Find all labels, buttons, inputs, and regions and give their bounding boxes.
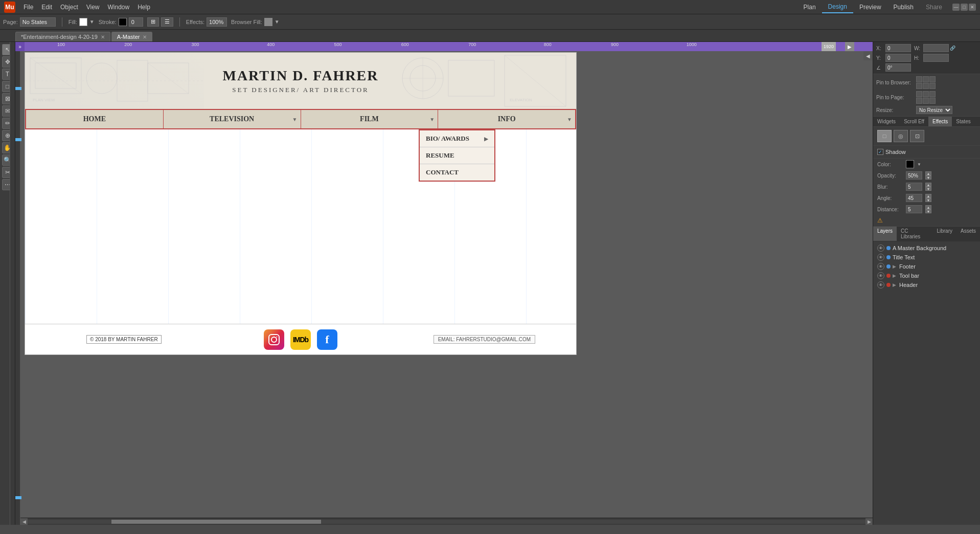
effects-input[interactable]: [207, 17, 227, 27]
blur-down-btn[interactable]: ▼: [925, 187, 931, 191]
pin-page-cell-2[interactable]: [923, 91, 929, 97]
layer-header[interactable]: 👁 ▶ Header: [873, 280, 980, 290]
pin-browser-grid[interactable]: [916, 76, 936, 89]
lock-ratio[interactable]: 🔗: [950, 46, 955, 51]
w-input[interactable]: [923, 44, 949, 52]
scroll-right-btn[interactable]: ▶: [865, 518, 873, 525]
pin-cell-4[interactable]: [916, 83, 922, 89]
menu-help[interactable]: Help: [138, 4, 150, 11]
shadow-checkbox[interactable]: ✓: [877, 149, 883, 155]
resize-dropdown[interactable]: No Resize Scale: [916, 106, 952, 114]
tab-layers[interactable]: Layers: [873, 227, 897, 241]
angle-up-btn[interactable]: ▲: [925, 194, 931, 198]
glow-effect-btn[interactable]: ◎: [894, 130, 908, 142]
dropdown-contact[interactable]: CONTACT: [420, 164, 494, 181]
tab-main-close[interactable]: ✕: [101, 34, 105, 40]
tab-library[interactable]: Library: [932, 227, 956, 241]
fill-arrow[interactable]: ▼: [89, 19, 95, 25]
shadow-opacity-stepper[interactable]: ▲ ▼: [925, 171, 931, 180]
y-input[interactable]: [885, 54, 911, 62]
layer-bg[interactable]: 👁 A Master Background: [873, 243, 980, 253]
shadow-blur-stepper[interactable]: ▲ ▼: [925, 183, 931, 191]
layer-header-expand[interactable]: ▶: [893, 282, 896, 287]
menu-file[interactable]: File: [24, 4, 33, 11]
panel-scroll-eff[interactable]: Scroll Eff: [900, 117, 928, 126]
layer-header-visibility[interactable]: 👁: [877, 281, 884, 288]
nav-film[interactable]: FILM ▼: [301, 110, 439, 128]
nav-plan[interactable]: Plan: [797, 2, 822, 13]
pin-page-cell-4[interactable]: [916, 98, 922, 104]
pin-cell-2[interactable]: [923, 76, 929, 82]
menu-window[interactable]: Window: [108, 4, 130, 11]
angle-down-btn[interactable]: ▼: [925, 198, 931, 202]
imdb-icon[interactable]: IMDb: [290, 329, 311, 350]
opacity-up-btn[interactable]: ▲: [925, 171, 931, 175]
h-input[interactable]: [923, 54, 949, 62]
nav-home[interactable]: HOME: [26, 110, 164, 128]
panel-effects[interactable]: Effects: [928, 117, 952, 126]
menu-view[interactable]: View: [86, 4, 100, 11]
dropdown-resume[interactable]: RESUME: [420, 147, 494, 164]
shadow-blur-input[interactable]: [906, 183, 922, 191]
blur-up-btn[interactable]: ▲: [925, 183, 931, 187]
layer-footer-visibility[interactable]: 👁: [877, 263, 884, 270]
tab-main[interactable]: *Entertainment-design 4-20-19 ✕: [15, 32, 110, 41]
nav-design[interactable]: Design: [822, 1, 853, 13]
distance-up-btn[interactable]: ▲: [925, 205, 931, 209]
layer-toolbar-expand[interactable]: ▶: [893, 273, 896, 278]
tab-assets[interactable]: Assets: [956, 227, 980, 241]
shadow-effect-btn[interactable]: □: [877, 130, 892, 142]
tab-master-close[interactable]: ✕: [143, 34, 147, 40]
scroll-thumb[interactable]: [111, 520, 321, 524]
window-close[interactable]: ✕: [969, 4, 976, 11]
layer-title[interactable]: 👁 Title Text: [873, 253, 980, 262]
blur-effect-btn[interactable]: ⊡: [910, 130, 924, 142]
pin-page-cell-6[interactable]: [929, 98, 936, 104]
distance-down-btn[interactable]: ▼: [925, 209, 931, 213]
opacity-down-btn[interactable]: ▼: [925, 175, 931, 180]
menu-edit[interactable]: Edit: [41, 4, 52, 11]
x-input[interactable]: [885, 44, 911, 52]
pin-page-cell-5[interactable]: [923, 98, 929, 104]
scroll-track[interactable]: [28, 520, 865, 524]
nav-publish[interactable]: Publish: [887, 2, 920, 13]
layer-toolbar-visibility[interactable]: 👁: [877, 272, 884, 279]
panel-widgets[interactable]: Widgets: [873, 117, 900, 126]
fill-color-swatch[interactable]: [79, 18, 87, 26]
align-btn[interactable]: ☰: [161, 17, 173, 27]
pin-cell-3[interactable]: [929, 76, 936, 82]
collapse-right-panel[interactable]: ◀: [863, 51, 873, 60]
shadow-distance-stepper[interactable]: ▲ ▼: [925, 205, 931, 213]
window-minimize[interactable]: —: [952, 4, 960, 11]
layer-footer[interactable]: 👁 ▶ Footer: [873, 262, 980, 271]
instagram-icon[interactable]: [264, 329, 284, 350]
window-maximize[interactable]: □: [961, 4, 968, 11]
stroke-color-swatch[interactable]: [119, 18, 127, 26]
pin-page-cell-3[interactable]: [929, 91, 936, 97]
layer-footer-expand[interactable]: ▶: [893, 264, 896, 269]
pin-cell-6[interactable]: [929, 83, 936, 89]
ruler-scroll-left[interactable]: »: [15, 42, 25, 51]
browser-fill-arrow[interactable]: ▼: [275, 19, 280, 25]
layer-title-visibility[interactable]: 👁: [877, 254, 884, 261]
tab-master[interactable]: A-Master ✕: [111, 32, 153, 41]
shadow-color-swatch[interactable]: [906, 160, 914, 168]
pin-cell-5[interactable]: [923, 83, 929, 89]
facebook-icon[interactable]: f: [317, 329, 337, 350]
pin-cell-1[interactable]: [916, 76, 922, 82]
shadow-opacity-input[interactable]: [906, 171, 922, 180]
browser-fill-swatch[interactable]: [264, 18, 272, 26]
transform-btn[interactable]: ⊞: [147, 17, 159, 27]
layer-bg-visibility[interactable]: 👁: [877, 244, 884, 252]
shadow-angle-input[interactable]: [906, 194, 922, 202]
nav-preview[interactable]: Preview: [853, 2, 887, 13]
dropdown-bio[interactable]: BIO/ AWARDS ▶: [420, 130, 494, 147]
nav-television[interactable]: TELEVISION ▼: [164, 110, 301, 128]
stroke-input[interactable]: [129, 17, 143, 27]
panel-states[interactable]: States: [952, 117, 974, 126]
tab-cc-libraries[interactable]: CC Libraries: [897, 227, 932, 241]
angle-input[interactable]: [885, 63, 911, 72]
page-input[interactable]: [20, 17, 56, 27]
pin-page-cell-1[interactable]: [916, 91, 922, 97]
ruler-scroll-right[interactable]: ▶: [845, 42, 854, 51]
